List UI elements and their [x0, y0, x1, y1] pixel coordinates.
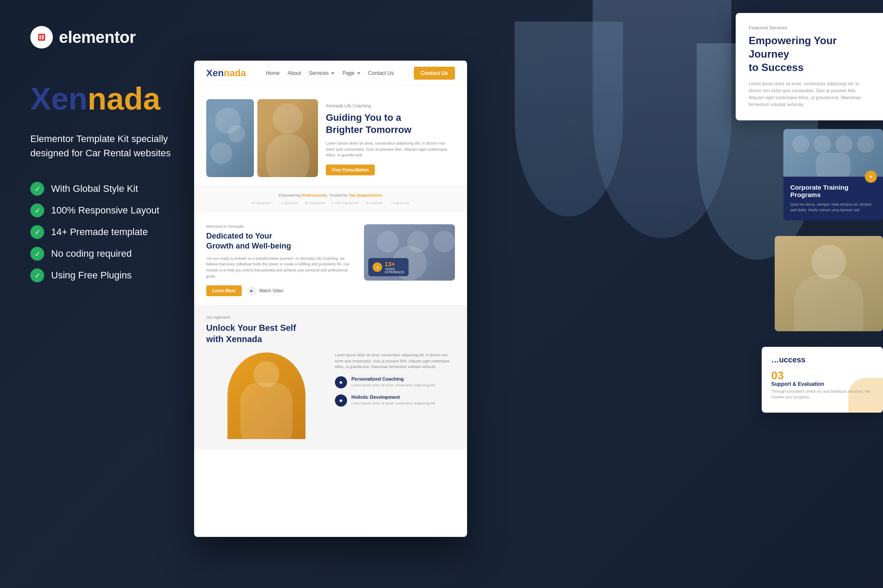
- approach-content: Lorem ipsum dolor sit amet, consectetur …: [206, 352, 455, 439]
- nav-home[interactable]: Home: [266, 70, 279, 76]
- svg-rect-4: [42, 39, 44, 39]
- service-icon-1: ◆: [335, 376, 347, 388]
- approach-tag: Our Approach: [206, 315, 455, 320]
- consultant-card-wrapper: [736, 236, 883, 340]
- trust-highlight1: Professionals: [302, 193, 327, 197]
- person-image: [227, 352, 305, 439]
- trust-highlight2: Top Organizations: [348, 193, 382, 197]
- about-image: ★ 13+ YEARS EXPERIENCE: [364, 224, 455, 281]
- featured-tag: Featured Services: [749, 25, 870, 30]
- trust-logo-5: ◎ Loipsum: [366, 201, 383, 205]
- service-item-1: ◆ Personalized Coaching Lorem ipsum dolo…: [335, 376, 455, 388]
- nav-services[interactable]: Services: [309, 70, 334, 76]
- approach-right: Lorem ipsum dolor sit amet, consectetur …: [335, 352, 455, 439]
- hero-images: [206, 99, 319, 177]
- hero-tag: Xennada Life Coaching: [326, 103, 455, 108]
- about-tag: Welcome to Xennada: [206, 224, 355, 229]
- corporate-badge: ★: [865, 171, 877, 183]
- nav-page[interactable]: Page: [342, 70, 360, 76]
- corporate-desc: Quis leo lacus, semper vitae tempus et, …: [790, 202, 876, 213]
- about-description: Are you ready to embark on a transformat…: [206, 256, 355, 279]
- trust-text: Empowering Professionals, Trusted by Top…: [206, 193, 455, 197]
- svg-rect-1: [39, 35, 41, 39]
- corner-decoration: [848, 378, 883, 413]
- corporate-title: Corporate Training Programs: [790, 184, 876, 198]
- success-title: …uccess: [771, 355, 873, 365]
- approach-description: Lorem ipsum dolor sit amet, consectetur …: [335, 352, 455, 370]
- experience-badge: ★ 13+ YEARS EXPERIENCE: [368, 258, 409, 276]
- trust-bar: Empowering Professionals, Trusted by Top…: [194, 186, 467, 212]
- elementor-logo: elementor: [30, 26, 273, 48]
- hero-content: Xennada Life Coaching Guiding You to a B…: [326, 99, 455, 177]
- trust-logos: ⊘ logolpsum ○ Logolpsum ⊘ logolpsum ≡ 10…: [206, 201, 455, 205]
- featured-services-card: Featured Services Empowering Your Journe…: [736, 13, 883, 120]
- feature-label: 14+ Premade template: [51, 226, 148, 238]
- nav-logo: Xennada: [206, 68, 246, 79]
- service-text-1: Personalized Coaching Lorem ipsum dolor …: [351, 376, 436, 388]
- experience-text: 13+ YEARS EXPERIENCE: [385, 261, 404, 274]
- check-icon: ✓: [30, 247, 44, 261]
- play-icon: ▶: [247, 286, 256, 296]
- preview-navbar: Xennada Home About Services Page Contact…: [194, 61, 467, 86]
- check-icon: ✓: [30, 182, 44, 196]
- feature-label: No coding required: [51, 248, 132, 259]
- featured-desc: Lorem ipsum dolor sit amet, consectetur …: [749, 81, 870, 108]
- hero-section: Xennada Life Coaching Guiding You to a B…: [194, 86, 467, 186]
- approach-left: [206, 352, 326, 439]
- trust-logo-3: ⊘ logolpsum: [305, 201, 325, 205]
- service-icon-2: ◆: [335, 394, 347, 407]
- nav-links: Home About Services Page Contact Us: [266, 70, 393, 76]
- trust-logo-2: ○ Logolpsum: [278, 201, 298, 205]
- experience-icon: ★: [373, 262, 382, 272]
- about-text: Welcome to Xennada Dedicated to Your Gro…: [206, 224, 355, 296]
- main-preview: Xennada Home About Services Page Contact…: [194, 61, 467, 537]
- consultant-image-card: [775, 236, 883, 331]
- corporate-training-card: ★ Corporate Training Programs Quis leo l…: [783, 129, 883, 220]
- success-card: …uccess 03 Support & Evaluation Through …: [762, 347, 883, 413]
- brand-part1: Xen: [30, 81, 88, 116]
- svg-rect-3: [42, 37, 44, 38]
- service-text-2: Holistic Development Lorem ipsum dolor s…: [351, 394, 436, 406]
- learn-more-button[interactable]: Learn More: [206, 285, 242, 296]
- nav-cta-button[interactable]: Contact Us: [414, 67, 455, 80]
- approach-section: Our Approach Unlock Your Best Self with …: [194, 305, 467, 449]
- feature-label: With Global Style Kit: [51, 183, 138, 194]
- svg-rect-2: [42, 35, 44, 36]
- about-section: Welcome to Xennada Dedicated to Your Gro…: [194, 212, 467, 305]
- hero-cta-button[interactable]: Free Consultation: [326, 165, 375, 175]
- about-buttons: Learn More ▶ Watch Video: [206, 285, 355, 296]
- about-title: Dedicated to Your Growth and Well-being: [206, 231, 355, 252]
- corporate-content: ★ Corporate Training Programs Quis leo l…: [783, 177, 883, 220]
- watch-video-button[interactable]: ▶ Watch Video: [247, 286, 283, 296]
- trust-logo-1: ⊘ logolpsum: [252, 201, 272, 205]
- elementor-wordmark: elementor: [59, 28, 136, 47]
- featured-title: Empowering Your Journey to Success: [749, 34, 870, 74]
- feature-label: 100% Responsive Layout: [51, 205, 159, 216]
- feature-label: Using Free Plugins: [51, 270, 132, 281]
- hero-title: Guiding You to a Brighter Tomorrow: [326, 112, 455, 136]
- nav-about[interactable]: About: [287, 70, 301, 76]
- right-cards-panel: Featured Services Empowering Your Journe…: [736, 13, 883, 421]
- elementor-icon: [30, 26, 53, 48]
- nav-contact[interactable]: Contact Us: [368, 70, 394, 76]
- service-item-2: ◆ Holistic Development Lorem ipsum dolor…: [335, 394, 455, 407]
- trust-logo-6: ○ Logolpsum: [390, 201, 409, 205]
- corporate-image: [783, 129, 883, 177]
- check-icon: ✓: [30, 225, 44, 239]
- hero-description: Lorem ipsum dolor sit amet, consectetur …: [326, 141, 455, 158]
- silhouette-3: [515, 22, 623, 216]
- corporate-card-wrapper: ★ Corporate Training Programs Quis leo l…: [736, 129, 883, 229]
- approach-title: Unlock Your Best Self with Xennada: [206, 322, 319, 345]
- trust-logo-4: ≡ 100 Logolpsum: [332, 201, 359, 205]
- tagline: Elementor Template Kit specially designe…: [30, 132, 212, 160]
- hero-image-2: [257, 99, 318, 177]
- check-icon: ✓: [30, 204, 44, 217]
- success-card-wrapper: …uccess 03 Support & Evaluation Through …: [736, 347, 883, 421]
- check-icon: ✓: [30, 268, 44, 282]
- hero-image-1: [206, 99, 254, 177]
- brand-part2: nada: [88, 81, 160, 116]
